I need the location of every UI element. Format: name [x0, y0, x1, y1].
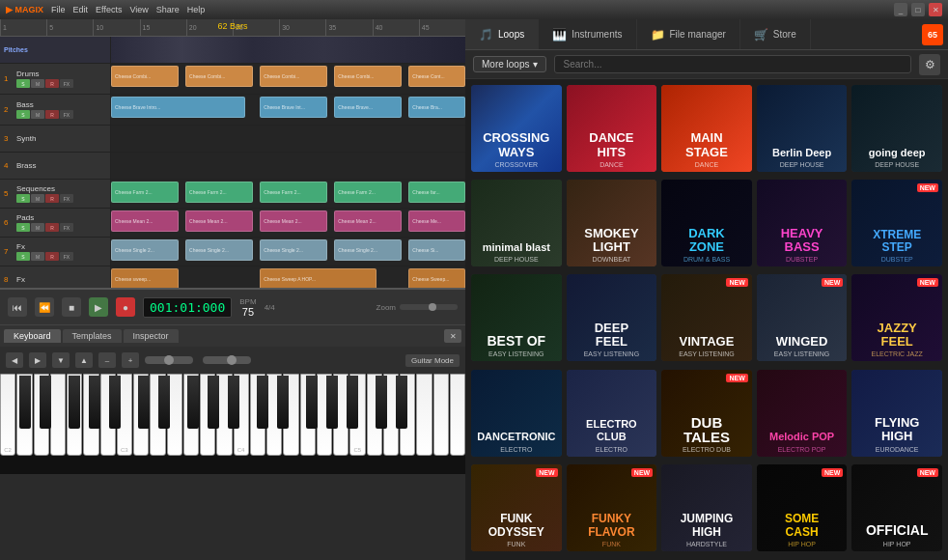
- record-button[interactable]: ●: [116, 297, 135, 317]
- kb-left-btn[interactable]: ◀: [6, 352, 23, 368]
- card-official[interactable]: NEW OFFICIAL HIP HOP: [851, 464, 942, 551]
- fx-btn-7[interactable]: FX: [60, 252, 73, 261]
- track-content-2[interactable]: Cheese Brave Intro... Cheese Brave Int..…: [111, 95, 465, 125]
- track-content-6[interactable]: Cheese Mean 2... Cheese Mean 2... Cheese…: [111, 209, 465, 237]
- fx-btn-6[interactable]: FX: [60, 223, 73, 232]
- key-gs2[interactable]: [89, 376, 100, 429]
- key-as2[interactable]: [109, 376, 121, 429]
- card-deep-feel[interactable]: DEEPFEEL EASY LISTENING: [567, 274, 657, 361]
- card-xtreme-step[interactable]: NEW xtremestep DUBSTEP: [851, 180, 942, 266]
- tab-instruments[interactable]: 🎹 Instruments: [539, 19, 636, 49]
- track-content-4[interactable]: [111, 153, 465, 179]
- card-berlin-deep[interactable]: Berlin Deep DEEP HOUSE: [757, 85, 848, 172]
- key-cs5[interactable]: [376, 376, 387, 429]
- menu-file[interactable]: File: [51, 5, 66, 14]
- loops-dropdown[interactable]: More loops ▾: [473, 56, 546, 72]
- maximize-button[interactable]: □: [911, 3, 925, 16]
- tab-keyboard[interactable]: Keyboard: [4, 329, 61, 343]
- play-button[interactable]: ▶: [89, 297, 108, 317]
- close-button[interactable]: ✕: [929, 3, 942, 16]
- card-dance-hits[interactable]: DANCEHITS DANCE: [567, 85, 657, 172]
- prev-button[interactable]: ⏪: [35, 297, 54, 317]
- key-fs3[interactable]: [187, 376, 199, 429]
- card-funk-odyssey[interactable]: NEW FUNKODYSSEY FUNK: [471, 464, 562, 551]
- key-as3[interactable]: [228, 376, 239, 429]
- key-g5[interactable]: [416, 374, 432, 456]
- key-ds4[interactable]: [277, 376, 289, 429]
- kb-right-btn[interactable]: ▶: [29, 352, 46, 368]
- kb-velocity-slider[interactable]: [145, 356, 193, 364]
- stop-button[interactable]: ■: [62, 297, 81, 317]
- solo-btn-7[interactable]: S: [16, 252, 30, 261]
- key-cs2[interactable]: [19, 376, 31, 429]
- card-best-of[interactable]: BEST OF EASY LISTENING: [471, 274, 562, 361]
- rec-btn-7[interactable]: R: [45, 252, 59, 261]
- solo-btn-1[interactable]: S: [16, 79, 30, 88]
- kb-down-btn[interactable]: ▼: [52, 352, 70, 368]
- kb-plus-btn[interactable]: +: [122, 352, 139, 368]
- key-as4[interactable]: [347, 376, 358, 429]
- key-a5[interactable]: [433, 374, 449, 456]
- tab-filemanager[interactable]: 📁 File manager: [637, 19, 740, 49]
- rewind-button[interactable]: ⏮: [8, 297, 27, 317]
- menu-view[interactable]: View: [129, 5, 148, 14]
- kb-close-btn[interactable]: ✕: [444, 329, 461, 343]
- key-cs3[interactable]: [138, 376, 150, 429]
- card-melodic-pop[interactable]: Melodic POP ELECTRO POP: [757, 370, 848, 457]
- key-ds5[interactable]: [396, 376, 407, 429]
- card-flying-high[interactable]: FLYINGHIGH EURODANCE: [851, 370, 942, 457]
- key-b5[interactable]: [450, 374, 465, 456]
- card-going-deep[interactable]: going deep DEEP HOUSE: [851, 85, 942, 172]
- card-dub-tales[interactable]: NEW DUBTALES ELECTRO DUB: [661, 370, 752, 457]
- card-crossing-ways[interactable]: CROSSINGWAYS CROSSOVER: [471, 85, 562, 172]
- rec-btn-2[interactable]: R: [45, 110, 59, 119]
- tab-store[interactable]: 🛒 Store: [740, 19, 811, 49]
- card-winged[interactable]: NEW WINGED EASY LISTENING: [757, 274, 848, 361]
- track-content-8[interactable]: Cheese sweep... Cheese Sweep A HOP... Ch…: [111, 266, 465, 288]
- key-cs4[interactable]: [257, 376, 268, 429]
- fx-btn-1[interactable]: FX: [60, 79, 73, 88]
- card-vintage[interactable]: NEW VINTAGE EASY LISTENING: [661, 274, 752, 361]
- key-fs4[interactable]: [306, 376, 318, 429]
- mute-btn-2[interactable]: M: [31, 110, 44, 119]
- card-minimal-blast[interactable]: minimal blast DEEP HOUSE: [471, 180, 562, 266]
- card-funky-flavor[interactable]: NEW FunkyFLAVOR FUNK: [567, 464, 657, 551]
- menu-share[interactable]: Share: [156, 5, 180, 14]
- rec-btn-5[interactable]: R: [45, 194, 59, 203]
- tab-inspector[interactable]: Inspector: [124, 329, 179, 343]
- card-heavy-bass[interactable]: heavybass DUBSTEP: [757, 180, 848, 266]
- card-electro-club[interactable]: ELECTRO CLUB ELECTRO: [567, 370, 657, 457]
- fx-btn-5[interactable]: FX: [60, 194, 73, 203]
- kb-up-btn[interactable]: ▲: [75, 352, 93, 368]
- search-input[interactable]: [554, 55, 911, 73]
- track-content-1[interactable]: Cheese Combi... Cheese Combi... Cheese C…: [111, 64, 465, 94]
- solo-btn-2[interactable]: S: [16, 110, 30, 119]
- key-gs4[interactable]: [326, 376, 338, 429]
- guitar-mode-btn[interactable]: Guitar Mode: [405, 354, 460, 367]
- key-ds2[interactable]: [40, 376, 51, 429]
- solo-btn-5[interactable]: S: [16, 194, 30, 203]
- card-smokey-light[interactable]: SMOKEYLIGHT DOWNBEAT: [567, 180, 657, 266]
- card-jumping-high[interactable]: JUMPINGHIGH HARDSTYLE: [661, 464, 752, 551]
- mute-btn-7[interactable]: M: [31, 252, 44, 261]
- key-fs2[interactable]: [69, 376, 80, 429]
- card-jazzy-feel[interactable]: NEW JAZZYFeel ELECTRIC JAZZ: [851, 274, 942, 361]
- minimize-button[interactable]: _: [894, 3, 907, 16]
- menu-edit[interactable]: Edit: [73, 5, 89, 14]
- kb-minus-btn[interactable]: –: [98, 352, 116, 368]
- rec-btn-6[interactable]: R: [45, 223, 59, 232]
- solo-btn-6[interactable]: S: [16, 223, 30, 232]
- key-ds3[interactable]: [158, 376, 170, 429]
- rec-btn-1[interactable]: R: [45, 79, 59, 88]
- tab-loops[interactable]: 🎵 Loops: [465, 19, 539, 49]
- fx-btn-2[interactable]: FX: [60, 110, 73, 119]
- track-content-7[interactable]: Cheese Single 2... Cheese Single 2... Ch…: [111, 238, 465, 266]
- track-content-3[interactable]: [111, 126, 465, 152]
- track-content-pitches[interactable]: [111, 37, 465, 63]
- kb-pitch-slider[interactable]: [203, 356, 251, 364]
- menu-help[interactable]: Help: [187, 5, 206, 14]
- card-main-stage[interactable]: MAINSTAGE DANCE: [661, 85, 752, 172]
- key-gs3[interactable]: [208, 376, 219, 429]
- settings-button[interactable]: ⚙: [919, 54, 940, 75]
- tab-templates[interactable]: Templates: [63, 329, 122, 343]
